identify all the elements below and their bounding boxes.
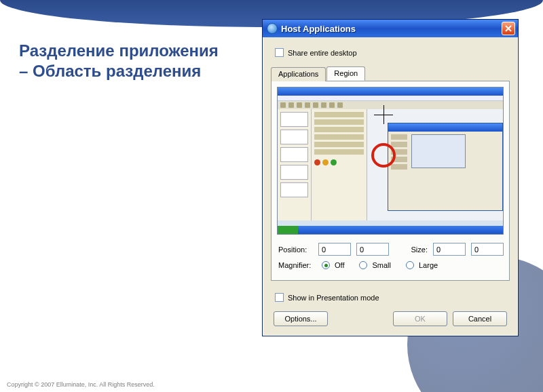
preview-toolbar (278, 101, 503, 109)
magnifier-label: Magnifier: (278, 261, 316, 269)
share-entire-desktop-checkbox[interactable] (275, 48, 284, 57)
copyright-text: Copyright © 2007 Elluminate, Inc. All Ri… (7, 381, 155, 388)
cancel-button[interactable]: Cancel (453, 311, 507, 326)
size-w-input[interactable] (433, 243, 466, 256)
share-entire-desktop-label: Share entire desktop (288, 49, 357, 57)
tab-applications[interactable]: Applications (271, 67, 326, 81)
region-crosshair-h (374, 115, 393, 115)
radio-off[interactable] (322, 261, 330, 269)
slide-title-line1: Разделение приложения (19, 41, 219, 61)
region-preview[interactable] (277, 87, 504, 235)
app-icon (267, 23, 278, 34)
host-applications-dialog: Host Applications Share entire desktop A… (262, 19, 519, 336)
dialog-body: Share entire desktop Applications Region (263, 37, 518, 336)
dialog-button-row: Options... OK Cancel (271, 311, 510, 326)
preview-menubar (278, 96, 503, 101)
position-y-input[interactable] (356, 243, 389, 256)
show-presentation-row: Show in Presentation mode (275, 293, 510, 302)
dialog-titlebar[interactable]: Host Applications (263, 20, 518, 37)
tab-row: Applications Region (271, 66, 510, 81)
magnifier-large-label: Large (419, 261, 438, 269)
position-label: Position: (278, 246, 313, 254)
preview-nested-dialog (388, 123, 503, 211)
radio-large[interactable] (406, 261, 414, 269)
tab-container: Applications Region (271, 66, 510, 281)
dialog-title: Host Applications (281, 24, 502, 34)
preview-taskbar (278, 226, 503, 234)
tab-panel-region: Position: Size: Magnifier: Off (271, 81, 510, 281)
highlight-circle-icon (371, 143, 396, 168)
size-h-input[interactable] (471, 243, 504, 256)
magnifier-small-label: Small (372, 261, 391, 269)
preview-thumbnails (278, 109, 312, 220)
ok-button: OK (393, 311, 447, 326)
preview-titlebar (278, 87, 503, 96)
magnifier-option-small[interactable]: Small (359, 261, 391, 269)
size-label: Size: (411, 246, 428, 254)
slide-title: Разделение приложения – Область разделен… (19, 41, 219, 81)
magnifier-off-label: Off (335, 261, 344, 269)
show-presentation-checkbox[interactable] (275, 293, 284, 302)
close-icon (505, 25, 512, 32)
preview-sidebar (312, 109, 367, 220)
slide-title-line2: – Область разделения (19, 61, 219, 81)
share-entire-desktop-row: Share entire desktop (275, 48, 510, 57)
position-x-input[interactable] (318, 243, 351, 256)
position-size-row: Position: Size: (278, 243, 504, 256)
radio-small[interactable] (359, 261, 367, 269)
show-presentation-label: Show in Presentation mode (288, 294, 379, 302)
close-button[interactable] (502, 22, 515, 35)
magnifier-option-large[interactable]: Large (406, 261, 438, 269)
magnifier-option-off[interactable]: Off (322, 261, 344, 269)
options-button[interactable]: Options... (274, 311, 328, 326)
magnifier-row: Magnifier: Off Small Large (278, 261, 504, 269)
tab-region[interactable]: Region (326, 66, 365, 81)
